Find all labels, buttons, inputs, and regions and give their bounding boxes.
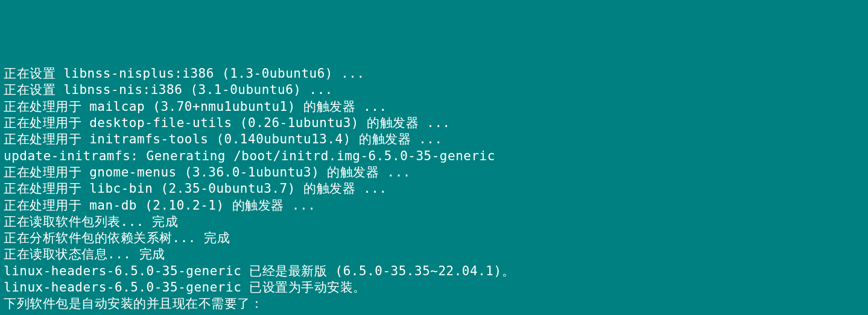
terminal-line: 正在处理用于 libc-bin (2.35-0ubuntu3.7) 的触发器 .… (4, 181, 864, 197)
terminal-line: 下列软件包是自动安装的并且现在不需要了： (4, 296, 864, 312)
terminal-line: 正在处理用于 man-db (2.10.2-1) 的触发器 ... (4, 198, 864, 214)
terminal-line: 正在读取状态信息... 完成 (4, 246, 864, 263)
terminal-line: 正在处理用于 initramfs-tools (0.140ubuntu13.4)… (4, 131, 864, 148)
terminal-line: 正在分析软件包的依赖关系树... 完成 (4, 230, 864, 246)
terminal-line: 正在设置 libnss-nisplus:i386 (1.3-0ubuntu6) … (4, 66, 864, 82)
terminal-line: 正在处理用于 desktop-file-utils (0.26-1ubuntu3… (4, 115, 864, 131)
terminal-line: ibus-data ibus-gtk4 libflashrom1 libftdi… (4, 313, 864, 315)
terminal-line: 正在读取软件包列表... 完成 (4, 214, 864, 230)
terminal-output[interactable]: 正在设置 libnss-nisplus:i386 (1.3-0ubuntu6) … (4, 66, 864, 315)
terminal-line: linux-headers-6.5.0-35-generic 已经是最新版 (6… (4, 263, 864, 279)
terminal-line: 正在处理用于 mailcap (3.70+nmu1ubuntu1) 的触发器 .… (4, 99, 864, 115)
terminal-line: update-initramfs: Generating /boot/initr… (4, 148, 864, 164)
terminal-line: 正在处理用于 gnome-menus (3.36.0-1ubuntu3) 的触发… (4, 164, 864, 181)
terminal-line: linux-headers-6.5.0-35-generic 已设置为手动安装。 (4, 279, 864, 296)
terminal-line: 正在设置 libnss-nis:i386 (3.1-0ubuntu6) ... (4, 82, 864, 98)
